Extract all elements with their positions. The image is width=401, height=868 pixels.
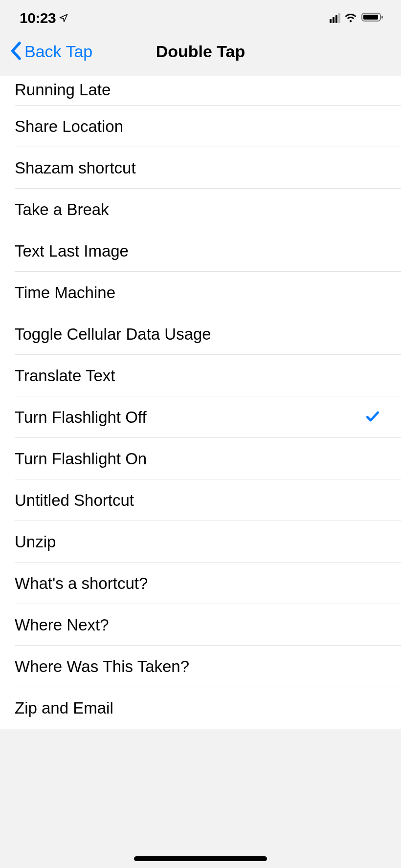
cellular-signal-icon bbox=[330, 13, 340, 23]
list-item-label: Where Was This Taken? bbox=[15, 657, 189, 676]
list-item[interactable]: Share Location bbox=[0, 106, 401, 147]
back-button[interactable]: Back Tap bbox=[10, 42, 92, 62]
chevron-back-icon bbox=[10, 42, 22, 62]
list-item[interactable]: Where Was This Taken? bbox=[0, 646, 401, 687]
list-item-label: Turn Flashlight Off bbox=[15, 408, 147, 427]
list-item-label: Zip and Email bbox=[15, 699, 113, 717]
status-right bbox=[330, 11, 385, 25]
status-bar: 10:23 bbox=[0, 0, 401, 27]
svg-rect-2 bbox=[381, 16, 383, 19]
back-label: Back Tap bbox=[24, 42, 92, 61]
list-item-label: Share Location bbox=[15, 117, 123, 136]
battery-icon bbox=[361, 11, 385, 25]
page-title: Double Tap bbox=[156, 42, 245, 61]
location-arrow-icon bbox=[59, 13, 68, 23]
options-list: Running LateShare LocationShazam shortcu… bbox=[0, 76, 401, 729]
list-item-label: Time Machine bbox=[15, 283, 115, 302]
list-item[interactable]: Turn Flashlight On bbox=[0, 438, 401, 479]
bottom-area bbox=[0, 833, 401, 868]
list-item[interactable]: Zip and Email bbox=[0, 687, 401, 729]
list-item-label: Running Late bbox=[15, 80, 111, 100]
svg-rect-1 bbox=[363, 15, 378, 20]
list-item[interactable]: Where Next? bbox=[0, 604, 401, 646]
list-item-label: Take a Break bbox=[15, 200, 109, 219]
list-item[interactable]: Turn Flashlight Off bbox=[0, 396, 401, 438]
status-left: 10:23 bbox=[20, 10, 68, 26]
list-item-label: What's a shortcut? bbox=[15, 574, 148, 593]
list-item[interactable]: Unzip bbox=[0, 521, 401, 563]
list-item-label: Text Last Image bbox=[15, 242, 129, 260]
checkmark-icon bbox=[364, 409, 381, 426]
list-item-label: Unzip bbox=[15, 533, 56, 551]
list-item-label: Untitled Shortcut bbox=[15, 491, 134, 510]
list-item[interactable]: What's a shortcut? bbox=[0, 563, 401, 604]
home-indicator[interactable] bbox=[134, 856, 267, 861]
list-item[interactable]: Untitled Shortcut bbox=[0, 479, 401, 521]
status-time: 10:23 bbox=[20, 10, 56, 26]
list-item[interactable]: Shazam shortcut bbox=[0, 147, 401, 189]
list-item[interactable]: Toggle Cellular Data Usage bbox=[0, 313, 401, 355]
list-item[interactable]: Take a Break bbox=[0, 189, 401, 230]
list-item-label: Turn Flashlight On bbox=[15, 450, 147, 468]
list-item[interactable]: Translate Text bbox=[0, 355, 401, 396]
list-item[interactable]: Text Last Image bbox=[0, 230, 401, 272]
list-item-label: Translate Text bbox=[15, 367, 115, 385]
navigation-bar: Back Tap Double Tap bbox=[0, 27, 401, 76]
list-item-label: Shazam shortcut bbox=[15, 159, 136, 177]
wifi-icon bbox=[343, 12, 358, 24]
list-item-label: Toggle Cellular Data Usage bbox=[15, 325, 211, 344]
list-item[interactable]: Running Late bbox=[0, 76, 401, 106]
list-item-label: Where Next? bbox=[15, 616, 109, 634]
list-item[interactable]: Time Machine bbox=[0, 272, 401, 313]
